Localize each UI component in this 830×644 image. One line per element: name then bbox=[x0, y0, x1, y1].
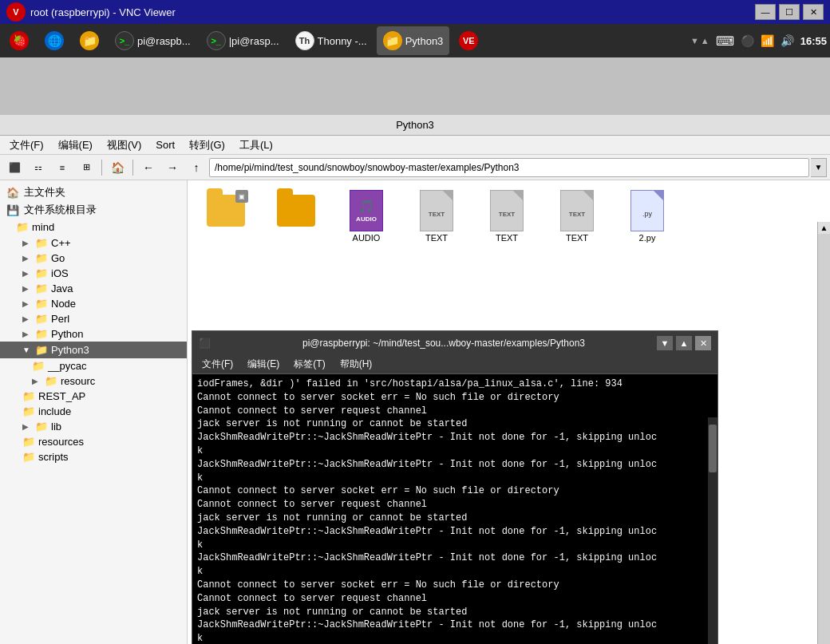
taskbar-files[interactable]: 📁 bbox=[73, 26, 105, 55]
taskbar-term2[interactable]: >_ |pi@rasp... bbox=[200, 26, 286, 55]
folder1-icon: ▣ bbox=[207, 192, 245, 230]
tree-resources[interactable]: ▶ 📁 resourc bbox=[0, 373, 187, 389]
close-button[interactable]: ✕ bbox=[803, 4, 824, 20]
terminal-menu-bar: 文件(F) 编辑(E) 标签(T) 帮助(H) bbox=[192, 355, 717, 374]
term-menu-help[interactable]: 帮助(H) bbox=[334, 356, 379, 373]
tree-pycache[interactable]: 📁 __pycac bbox=[0, 358, 187, 373]
resources2-folder-icon: 📁 bbox=[22, 436, 35, 448]
term-close-btn[interactable]: ✕ bbox=[695, 336, 711, 350]
java-label: Java bbox=[51, 282, 73, 294]
tree-ios[interactable]: ▶ 📁 iOS bbox=[0, 266, 187, 281]
home-icon: 🏠 bbox=[6, 187, 19, 199]
term-maximize-btn[interactable]: ▲ bbox=[676, 336, 692, 350]
file-item-text3[interactable]: TEXT TEXT bbox=[545, 187, 609, 247]
scroll-up-arrow[interactable]: ▲ bbox=[819, 222, 830, 234]
taskbar-browser[interactable]: 🌐 bbox=[38, 26, 70, 55]
expand-arrow[interactable]: ▼ bbox=[690, 36, 699, 45]
toolbar-view1[interactable]: ⬛ bbox=[3, 156, 26, 179]
java-folder-icon: 📁 bbox=[35, 282, 48, 294]
hdd-icon: 💾 bbox=[6, 204, 19, 216]
window-title: root (raspberrypi) - VNC Viewer bbox=[30, 6, 176, 18]
tree-resources2[interactable]: 📁 resources bbox=[0, 434, 187, 449]
file-item-text1[interactable]: TEXT TEXT bbox=[405, 187, 468, 247]
menu-goto[interactable]: 转到(G) bbox=[183, 136, 231, 154]
toolbar-view2[interactable]: ⚏ bbox=[27, 156, 49, 179]
terminal-title-bar: ⬛ pi@raspberrypi: ~/mind/test_sou...wboy… bbox=[192, 331, 717, 355]
tree-python[interactable]: ▶ 📁 Python bbox=[0, 326, 187, 342]
ios-label: iOS bbox=[51, 267, 69, 279]
python3-label: Python3 bbox=[405, 35, 444, 47]
sidebar-python3[interactable]: ▼ 📁 Python3 bbox=[0, 342, 187, 358]
toolbar-view3[interactable]: ≡ bbox=[51, 156, 73, 179]
tree-cpp[interactable]: ▶ 📁 C++ bbox=[0, 235, 187, 251]
fm-right-scrollbar[interactable]: ▲ ▼ bbox=[817, 222, 830, 644]
file-item-folder2[interactable] bbox=[264, 187, 328, 247]
sidebar-root[interactable]: 💾 文件系统根目录 bbox=[0, 201, 187, 219]
menu-sort[interactable]: Sort bbox=[149, 137, 181, 152]
taskbar-raspberry[interactable]: 🍓 bbox=[3, 26, 35, 55]
text3-icon: TEXT bbox=[558, 192, 596, 230]
files-icon: 📁 bbox=[80, 31, 99, 50]
sidebar-mind[interactable]: 📁 mind bbox=[0, 219, 187, 235]
address-text: /home/pi/mind/test_sound/snowboy/snowboy… bbox=[215, 162, 520, 173]
file-item-audio[interactable]: 🎵 AUDIO AUDIO bbox=[334, 187, 398, 247]
address-dropdown[interactable]: ▼ bbox=[811, 158, 827, 177]
toolbar-up[interactable]: ↑ bbox=[185, 156, 208, 179]
tree-perl[interactable]: ▶ 📁 Perl bbox=[0, 311, 187, 326]
tree-rest-ap[interactable]: 📁 REST_AP bbox=[0, 389, 187, 404]
menu-view[interactable]: 视图(V) bbox=[101, 136, 148, 154]
toolbar-view4[interactable]: ⊞ bbox=[75, 156, 97, 179]
text1-icon: TEXT bbox=[417, 192, 456, 230]
file-manager: Python3 文件(F) 编辑(E) 视图(V) Sort 转到(G) 工具(… bbox=[0, 115, 830, 644]
tree-lib[interactable]: ▶ 📁 lib bbox=[0, 419, 187, 434]
taskbar-python3[interactable]: 📁 Python3 bbox=[377, 26, 450, 55]
mind-label: mind bbox=[32, 221, 54, 233]
lib-expand-icon: ▶ bbox=[22, 422, 32, 431]
scroll-track[interactable] bbox=[818, 234, 830, 644]
taskbar-thonny[interactable]: Th Thonny -... bbox=[289, 26, 374, 55]
taskbar-term1[interactable]: >_ pi@raspb... bbox=[109, 26, 197, 55]
thonny-icon: Th bbox=[295, 31, 314, 50]
menu-file[interactable]: 文件(F) bbox=[3, 136, 50, 154]
maximize-button[interactable]: ☐ bbox=[779, 4, 800, 20]
file-item-py[interactable]: .py 2.py bbox=[615, 187, 679, 247]
menu-tools[interactable]: 工具(L) bbox=[233, 136, 279, 154]
toolbar-forward[interactable]: → bbox=[161, 156, 184, 179]
node-expand-icon: ▶ bbox=[22, 299, 32, 308]
title-bar-left: V root (raspberrypi) - VNC Viewer bbox=[6, 2, 176, 22]
scrollbar-thumb[interactable] bbox=[709, 425, 717, 472]
tree-scripts[interactable]: 📁 scripts bbox=[0, 449, 187, 464]
terminal-text: iodFrames, &dir )' failed in 'src/hostap… bbox=[197, 377, 713, 644]
minimize-button[interactable]: — bbox=[755, 4, 776, 20]
term-menu-tabs[interactable]: 标签(T) bbox=[287, 356, 331, 373]
resources-expand-icon: ▶ bbox=[32, 377, 42, 385]
file-item-folder1[interactable]: ▣ bbox=[194, 187, 258, 247]
terminal-body-container: iodFrames, &dir )' failed in 'src/hostap… bbox=[192, 374, 717, 644]
term-menu-file[interactable]: 文件(F) bbox=[196, 356, 239, 373]
clock: 16:55 bbox=[800, 35, 827, 47]
pycache-folder-icon: 📁 bbox=[32, 360, 45, 372]
tree-java[interactable]: ▶ 📁 Java bbox=[0, 281, 187, 296]
file-item-text2[interactable]: TEXT TEXT bbox=[475, 187, 539, 247]
toolbar-back[interactable]: ← bbox=[137, 156, 160, 179]
go-label: Go bbox=[51, 252, 65, 264]
menu-edit[interactable]: 编辑(E) bbox=[52, 136, 99, 154]
term1-icon: >_ bbox=[115, 31, 134, 50]
mind-folder-icon: 📁 bbox=[16, 221, 29, 233]
term-title-icon: ⬛ bbox=[199, 338, 211, 349]
text3-filename: TEXT bbox=[566, 233, 588, 243]
taskbar-expand: ▼ ▲ bbox=[690, 36, 709, 45]
tree-go[interactable]: ▶ 📁 Go bbox=[0, 251, 187, 266]
ios-expand-icon: ▶ bbox=[22, 269, 32, 278]
sidebar-home[interactable]: 🏠 主文件夹 bbox=[0, 184, 187, 201]
term-menu-edit[interactable]: 编辑(E) bbox=[241, 356, 286, 373]
terminal-output[interactable]: iodFrames, &dir )' failed in 'src/hostap… bbox=[192, 374, 717, 644]
tree-include[interactable]: 📁 include bbox=[0, 404, 187, 419]
term-minimize-btn[interactable]: ▼ bbox=[657, 336, 673, 350]
text1-filename: TEXT bbox=[425, 233, 448, 243]
expand-arrow2[interactable]: ▲ bbox=[701, 36, 709, 45]
toolbar-home[interactable]: 🏠 bbox=[106, 156, 128, 179]
terminal-scrollbar[interactable] bbox=[708, 417, 717, 644]
taskbar-ve[interactable]: VE bbox=[453, 26, 484, 55]
tree-node[interactable]: ▶ 📁 Node bbox=[0, 296, 187, 311]
